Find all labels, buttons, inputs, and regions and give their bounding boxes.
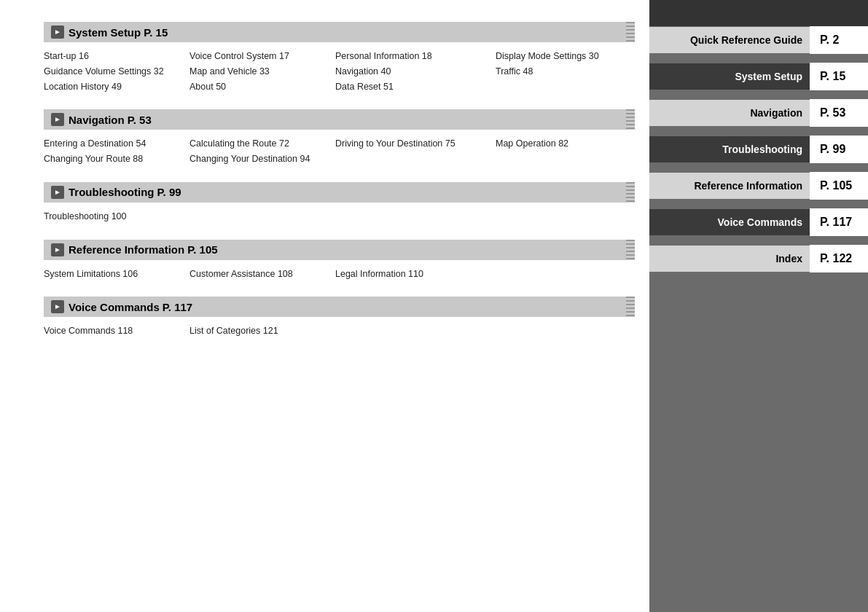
scroll-indicator-1 xyxy=(626,109,635,130)
main-content: ►System SetupP. 15Start-up 16Voice Contr… xyxy=(0,0,649,612)
scroll-indicator-4 xyxy=(626,297,635,317)
section-title-4: Voice Commands xyxy=(69,301,160,313)
sidebar-label-4: Reference Information xyxy=(649,173,810,199)
sidebar-item-0[interactable]: Quick Reference Guide P. 2 xyxy=(649,26,868,54)
item-3-0-0: System Limitations 106 xyxy=(44,267,189,281)
item-0-0-0: Start-up 16 xyxy=(44,50,189,63)
item-3-0-2: Legal Information 110 xyxy=(335,267,496,281)
section-items-3: System Limitations 106Customer Assistanc… xyxy=(44,264,635,284)
section-title-2: Troubleshooting xyxy=(69,186,155,198)
section-page-4: P. 117 xyxy=(163,301,192,313)
section-header-4: ►Voice CommandsP. 117 xyxy=(44,297,635,317)
section-icon-3: ► xyxy=(51,243,64,256)
scroll-indicator-2 xyxy=(626,182,635,203)
item-1-1-0: Changing Your Route 88 xyxy=(44,152,189,166)
item-2-0-1 xyxy=(189,210,335,224)
section-page-0: P. 15 xyxy=(144,26,168,39)
sidebar-label-6: Index xyxy=(649,246,810,272)
scroll-indicator-3 xyxy=(626,240,635,260)
section-block-2: ►TroubleshootingP. 99Troubleshooting 100 xyxy=(44,182,635,227)
section-icon-1: ► xyxy=(51,113,64,126)
sidebar-item-4[interactable]: Reference Information P. 105 xyxy=(649,172,868,200)
item-1-1-3 xyxy=(496,152,635,166)
section-header-3: ►Reference InformationP. 105 xyxy=(44,240,635,260)
sidebar-page-3: P. 99 xyxy=(810,136,868,163)
item-2-0-0: Troubleshooting 100 xyxy=(44,210,189,224)
sidebar-label-0: Quick Reference Guide xyxy=(649,27,810,53)
sidebar-page-2: P. 53 xyxy=(810,99,868,127)
item-0-0-1: Voice Control System 17 xyxy=(189,50,335,63)
scroll-indicator-0 xyxy=(626,22,635,42)
sidebar-item-3[interactable]: Troubleshooting P. 99 xyxy=(649,136,868,163)
section-items-4: Voice Commands 118List of Categories 121 xyxy=(44,321,635,341)
section-block-0: ►System SetupP. 15Start-up 16Voice Contr… xyxy=(44,22,635,96)
section-title-0: System Setup xyxy=(69,26,141,39)
section-block-3: ►Reference InformationP. 105System Limit… xyxy=(44,240,635,284)
item-1-0-2: Driving to Your Destination 75 xyxy=(335,137,496,151)
section-block-4: ►Voice CommandsP. 117Voice Commands 118L… xyxy=(44,297,635,341)
item-1-0-1: Calculating the Route 72 xyxy=(189,137,335,151)
item-0-0-3: Display Mode Settings 30 xyxy=(496,50,635,63)
section-header-0: ►System SetupP. 15 xyxy=(44,22,635,42)
item-1-1-1: Changing Your Destination 94 xyxy=(189,152,335,166)
item-1-0-0: Entering a Destination 54 xyxy=(44,137,189,151)
item-3-0-1: Customer Assistance 108 xyxy=(189,267,335,281)
item-4-0-0: Voice Commands 118 xyxy=(44,324,189,338)
section-page-2: P. 99 xyxy=(157,186,181,198)
sidebar-label-3: Troubleshooting xyxy=(649,136,810,162)
sidebar-page-4: P. 105 xyxy=(810,172,868,200)
section-header-2: ►TroubleshootingP. 99 xyxy=(44,182,635,203)
item-4-0-2 xyxy=(335,324,496,338)
item-3-0-3 xyxy=(496,267,635,281)
sidebar-page-6: P. 122 xyxy=(810,245,868,272)
sidebar-spacer-5 xyxy=(649,239,868,245)
item-0-2-3 xyxy=(496,80,635,94)
section-header-1: ►NavigationP. 53 xyxy=(44,109,635,130)
section-page-1: P. 53 xyxy=(128,114,152,126)
sidebar-spacer-3 xyxy=(649,166,868,172)
sidebar-page-5: P. 117 xyxy=(810,208,868,236)
item-0-2-0: Location History 49 xyxy=(44,80,189,94)
item-1-1-2 xyxy=(335,152,496,166)
section-icon-4: ► xyxy=(51,300,64,313)
item-4-0-1: List of Categories 121 xyxy=(189,324,335,338)
section-icon-2: ► xyxy=(51,186,64,199)
sidebar-page-1: P. 15 xyxy=(810,63,868,90)
sidebar-label-5: Voice Commands xyxy=(649,209,810,235)
item-0-2-2: Data Reset 51 xyxy=(335,80,496,94)
item-0-1-1: Map and Vehicle 33 xyxy=(189,65,335,79)
item-4-0-3 xyxy=(496,324,635,338)
sidebar-spacer-4 xyxy=(649,203,868,208)
sidebar-spacer-2 xyxy=(649,130,868,136)
sidebar-spacer-0 xyxy=(649,57,868,63)
sidebar-item-5[interactable]: Voice Commands P. 117 xyxy=(649,208,868,236)
section-items-2: Troubleshooting 100 xyxy=(44,207,635,227)
item-0-1-2: Navigation 40 xyxy=(335,65,496,79)
section-items-1: Entering a Destination 54Calculating the… xyxy=(44,134,635,169)
sidebar: Quick Reference Guide P. 2 System Setup … xyxy=(649,0,868,612)
sidebar-item-6[interactable]: Index P. 122 xyxy=(649,245,868,272)
section-items-0: Start-up 16Voice Control System 17Person… xyxy=(44,47,635,96)
section-title-3: Reference Information xyxy=(69,243,184,256)
item-0-1-3: Traffic 48 xyxy=(496,65,635,79)
item-0-2-1: About 50 xyxy=(189,80,335,94)
sidebar-label-1: System Setup xyxy=(649,63,810,90)
section-page-3: P. 105 xyxy=(187,243,217,256)
item-2-0-3 xyxy=(496,210,635,224)
sidebar-item-2[interactable]: Navigation P. 53 xyxy=(649,99,868,127)
section-block-1: ►NavigationP. 53Entering a Destination 5… xyxy=(44,109,635,169)
item-0-1-0: Guidance Volume Settings 32 xyxy=(44,65,189,79)
sidebar-title xyxy=(649,0,868,26)
sidebar-item-1[interactable]: System Setup P. 15 xyxy=(649,63,868,90)
item-0-0-2: Personal Information 18 xyxy=(335,50,496,63)
item-1-0-3: Map Operation 82 xyxy=(496,137,635,151)
section-icon-0: ► xyxy=(51,26,64,39)
section-title-1: Navigation xyxy=(69,114,125,126)
sidebar-spacer-1 xyxy=(649,93,868,99)
item-2-0-2 xyxy=(335,210,496,224)
sidebar-label-2: Navigation xyxy=(649,100,810,126)
sidebar-page-0: P. 2 xyxy=(810,26,868,54)
